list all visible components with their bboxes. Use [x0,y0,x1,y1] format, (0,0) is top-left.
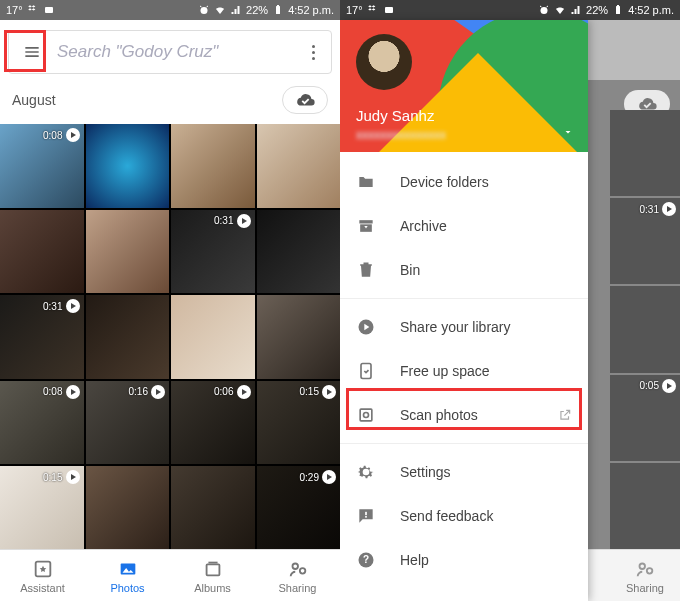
free-up-space-icon [356,361,376,381]
status-battery-pct: 22% [586,4,608,16]
status-time: 4:52 p.m. [628,4,674,16]
menu-help[interactable]: ? Help [340,538,588,582]
menu-share-library[interactable]: Share your library [340,305,588,349]
card-icon [43,4,55,16]
menu-settings-label: Settings [400,464,451,480]
video-duration-badge: 0:06 [214,385,250,399]
drawer-header[interactable]: Judy Sanhz xxxxxxxxxxxxxxx [340,20,588,152]
menu-device-folders[interactable]: Device folders [340,160,588,204]
sharing-icon [634,558,656,580]
video-duration-badge: 0:29 [300,470,336,484]
video-duration-badge: 0:08 [43,385,79,399]
menu-separator [340,443,588,444]
nav-albums[interactable]: Albums [170,550,255,601]
play-icon [322,385,336,399]
svg-point-9 [640,563,646,569]
photo-thumb[interactable]: 0:15 [0,466,84,549]
account-email: xxxxxxxxxxxxxxx [356,128,446,142]
nav-photos[interactable]: Photos [85,550,170,601]
menu-free-up-space-label: Free up space [400,363,490,379]
signal-icon [570,4,582,16]
menu-free-up-space[interactable]: Free up space [340,349,588,393]
video-duration-badge: 0:31 [43,299,79,313]
signal-icon [230,4,242,16]
photo-thumb-dimmed [610,110,680,196]
photo-thumb[interactable] [86,210,170,294]
photo-thumb[interactable]: 0:08 [0,381,84,465]
svg-rect-11 [385,7,393,13]
photo-thumb[interactable]: 0:31 [0,295,84,379]
menu-archive-label: Archive [400,218,447,234]
svg-rect-3 [277,5,279,6]
search-placeholder: Search "Godoy Cruz" [57,42,293,62]
menu-settings[interactable]: Settings [340,450,588,494]
scan-icon [356,405,376,425]
status-temp: 17° [346,4,363,16]
menu-archive[interactable]: Archive [340,204,588,248]
svg-rect-6 [206,564,219,575]
main-scroll[interactable]: Search "Godoy Cruz" August 0:080:310:310… [0,20,340,549]
nav-albums-label: Albums [194,582,231,594]
menu-help-label: Help [400,552,429,568]
nav-assistant[interactable]: Assistant [0,550,85,601]
avatar[interactable] [356,34,412,90]
bottom-nav: Assistant Photos Albums Sharing [0,549,340,601]
nav-photos-label: Photos [110,582,144,594]
bin-icon [356,260,376,280]
svg-point-1 [201,7,208,14]
status-time: 4:52 p.m. [288,4,334,16]
menu-share-library-label: Share your library [400,319,511,335]
video-duration-badge: 0:15 [43,470,79,484]
svg-point-12 [541,7,548,14]
menu-scan-photos[interactable]: Scan photos [340,393,588,437]
photo-thumb[interactable] [171,466,255,549]
status-bar: 17° 22% 4:52 p.m. [340,0,680,20]
svg-text:?: ? [363,554,369,565]
battery-icon [612,4,624,16]
play-icon [66,470,80,484]
photos-icon [117,558,139,580]
video-duration-badge: 0:08 [43,128,79,142]
video-duration-badge: 0:15 [300,385,336,399]
nav-sharing-label: Sharing [626,582,664,594]
share-library-icon [356,317,376,337]
menu-bin[interactable]: Bin [340,248,588,292]
video-duration-badge: 0:16 [129,385,165,399]
svg-rect-21 [365,512,367,515]
battery-icon [272,4,284,16]
menu-button[interactable] [15,35,49,69]
search-bar[interactable]: Search "Godoy Cruz" [8,30,332,74]
more-button[interactable] [301,40,325,64]
nav-sharing[interactable]: Sharing [255,550,340,601]
menu-send-feedback[interactable]: Send feedback [340,494,588,538]
photo-thumb[interactable] [257,124,341,208]
photo-thumb[interactable] [171,124,255,208]
play-icon [151,385,165,399]
photo-thumb[interactable]: 0:31 [171,210,255,294]
photo-thumb[interactable] [0,210,84,294]
backup-status-button[interactable] [282,86,328,114]
photo-thumb[interactable] [257,210,341,294]
alarm-icon [198,4,210,16]
photo-thumb[interactable]: 0:06 [171,381,255,465]
photo-thumb[interactable] [86,466,170,549]
photo-thumb[interactable]: 0:15 [257,381,341,465]
dimmed-photo-column: 0:310:05 [610,110,680,549]
video-duration-badge: 0:31 [640,202,676,216]
gear-icon [356,462,376,482]
play-icon [662,202,676,216]
photo-thumb[interactable]: 0:16 [86,381,170,465]
section-header: August [0,78,340,124]
photo-thumb[interactable]: 0:08 [0,124,84,208]
photo-thumb[interactable]: 0:29 [257,466,341,549]
svg-point-7 [292,563,298,569]
photo-thumb[interactable] [86,124,170,208]
photo-thumb[interactable] [86,295,170,379]
wifi-icon [214,4,226,16]
chevron-down-icon[interactable] [562,126,574,138]
photo-thumb[interactable] [257,295,341,379]
photo-thumb[interactable] [171,295,255,379]
status-bar: 17° 22% 4:52 p.m. [0,0,340,20]
nav-drawer: Judy Sanhz xxxxxxxxxxxxxxx Device folder… [340,20,588,601]
status-temp: 17° [6,4,23,16]
